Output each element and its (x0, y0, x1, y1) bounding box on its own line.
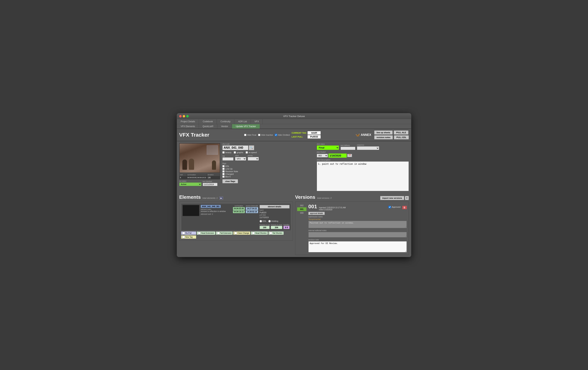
pull-ale-button[interactable]: PULL ALE (394, 130, 409, 135)
revision-note-textarea[interactable]: Approved for DI Review. (308, 241, 407, 252)
nav-codebook[interactable]: Codebook (199, 119, 217, 124)
hide-omitted-label[interactable]: Hide Omitted (275, 134, 290, 136)
submission-notes-textarea[interactable]: Painted out tv reflection in window. (308, 221, 407, 228)
flag-lineup-checkbox[interactable] (222, 168, 225, 170)
flag-edl[interactable]: EDL (222, 165, 315, 167)
flag-changed[interactable]: Changed (222, 173, 315, 175)
class-change-label[interactable]: Class Change (233, 232, 250, 235)
flag-revision[interactable]: Revision Note (222, 170, 315, 172)
version-item-002[interactable]: 002 (297, 204, 306, 207)
graphic-checkbox-label[interactable]: graphic (234, 151, 243, 154)
date-version-select[interactable]: 002 (317, 154, 328, 158)
nav-continuity[interactable]: Continuity (217, 119, 234, 124)
version-item-000[interactable]: 000 (297, 211, 306, 215)
subnav-update-vfx[interactable]: Update VFX Tracker (232, 124, 260, 129)
tag-block: tag (222, 155, 233, 161)
head-extension-checkbox[interactable] (198, 232, 200, 234)
edl-radio-label[interactable]: EDL (260, 220, 266, 222)
graphic-label: graphic (237, 151, 243, 154)
versions-column: Versions total versions: 3 import new ve… (295, 194, 409, 255)
class-select[interactable]: VFX (235, 157, 246, 161)
date-finaled-input[interactable] (328, 153, 347, 158)
subnav-quicklist[interactable]: QuickList® (199, 124, 217, 129)
revision-notes-button[interactable]: revision notes (374, 135, 393, 139)
shot-description-textarea[interactable]: 1. paint out tv reflection in window (317, 161, 409, 191)
head-shorten-label[interactable]: Head Shorten (251, 232, 268, 235)
shot-status-select[interactable]: Final (317, 145, 339, 150)
flag-box5-checkbox[interactable] (222, 176, 225, 178)
internal-notes-label: internal editorial notes (308, 230, 407, 232)
shot-code-input-row: 🔍 (222, 145, 254, 150)
sequence-select[interactable] (357, 146, 379, 150)
import-versions-button[interactable]: import new versions (380, 196, 404, 200)
frames-in-cut-value: 190 (260, 226, 270, 229)
version-item-001[interactable]: 001 (297, 207, 306, 211)
tc-cut-in: 04:04:03:00 (233, 207, 244, 210)
hide-omitted-checkbox[interactable] (275, 134, 277, 136)
approval-details-button[interactable]: approval details (308, 212, 325, 215)
hide-inactive-label[interactable]: Hide Inactive (258, 134, 273, 136)
delete-version-button[interactable]: 🗑 (402, 206, 407, 209)
tag-input[interactable] (222, 157, 233, 161)
subnav-vendor[interactable]: Vendor (217, 124, 232, 129)
cut-status-select[interactable]: Active (179, 182, 201, 186)
window-title: VFX Tracker Deluxe (283, 115, 305, 118)
flag-box5[interactable]: Box 5 (222, 176, 315, 178)
flag-lineup[interactable]: Line-Up (222, 168, 315, 170)
version-number: 001 (308, 204, 317, 210)
beauty-checkbox[interactable] (222, 151, 225, 154)
hide-inactive-checkbox[interactable] (258, 134, 260, 136)
nav-project-details[interactable]: Project Details (177, 119, 199, 124)
class-change-checkbox[interactable] (234, 232, 237, 234)
maximize-button[interactable] (186, 115, 189, 117)
edl-radio[interactable] (260, 220, 262, 222)
beauty-checkbox-label[interactable]: beauty (222, 151, 231, 154)
tail-extension-checkbox[interactable] (217, 232, 220, 234)
minimize-button[interactable] (183, 115, 185, 117)
element-details-button[interactable]: element details (260, 205, 290, 209)
pull-edl-button[interactable]: PULL EDL (394, 135, 409, 139)
repull-label[interactable]: Re-Pull (181, 232, 196, 235)
hide-final-checkbox[interactable] (244, 134, 246, 136)
shot-code-input[interactable] (222, 145, 248, 150)
flag-edl-label: EDL (225, 165, 229, 167)
nav-vfx[interactable]: VFX (251, 119, 263, 124)
approved-label: Approved (392, 206, 400, 208)
close-button[interactable] (179, 115, 182, 117)
elements-icon[interactable]: ▶ (219, 197, 223, 200)
new-tag-label[interactable]: New Tag (181, 235, 196, 239)
shot-search-button[interactable]: 🔍 (249, 145, 254, 150)
approved-checkbox[interactable] (388, 206, 391, 208)
frames-in-scan-label: Frames in scan (271, 224, 282, 226)
last-checked-input[interactable] (203, 183, 218, 186)
shot-right: shot status Final next delivery sequence (317, 143, 409, 192)
holding-radio[interactable] (268, 220, 271, 222)
next-delivery-input[interactable] (341, 147, 355, 150)
tail-shorten-label[interactable]: Tail Shorten (269, 232, 284, 235)
flag-revision-checkbox[interactable] (222, 170, 225, 172)
tail-shorten-checkbox[interactable] (270, 232, 272, 234)
last-pull-row: LAST PULL Pull033 (292, 135, 321, 138)
new-tag-checkbox[interactable] (182, 236, 185, 238)
graphic-checkbox[interactable] (234, 151, 236, 154)
tail-extension-label[interactable]: Tail Extension (216, 232, 233, 235)
hide-final-label[interactable]: Hide Final (244, 134, 256, 136)
head-extension-label[interactable]: Head Extension (197, 232, 215, 235)
repull-checkbox[interactable] (182, 232, 185, 234)
clear-flags-button[interactable]: clear flags (222, 179, 238, 183)
nav-adr-list[interactable]: ADR List (234, 119, 251, 124)
elements-header: Elements total elements: 1 ▶ (179, 194, 293, 200)
head-shorten-checkbox[interactable] (252, 232, 254, 234)
line-up-sheets-button[interactable]: line up sheets (374, 130, 393, 135)
calendar-button[interactable]: 📅 (347, 154, 352, 157)
flag-changed-checkbox[interactable] (222, 173, 225, 175)
edl-holding: EDL Holding (260, 220, 290, 222)
respeed-checkbox[interactable] (246, 151, 248, 154)
respeed-checkbox-label[interactable]: re-speed (246, 151, 257, 154)
holding-radio-label[interactable]: Holding (268, 220, 278, 222)
priority-select[interactable] (248, 157, 259, 161)
flag-edl-checkbox[interactable] (222, 165, 225, 167)
subnav-vfx-elements[interactable]: VFX Elements (177, 124, 199, 129)
add-version-button[interactable]: + (405, 196, 409, 200)
internal-notes-textarea[interactable] (308, 232, 407, 237)
